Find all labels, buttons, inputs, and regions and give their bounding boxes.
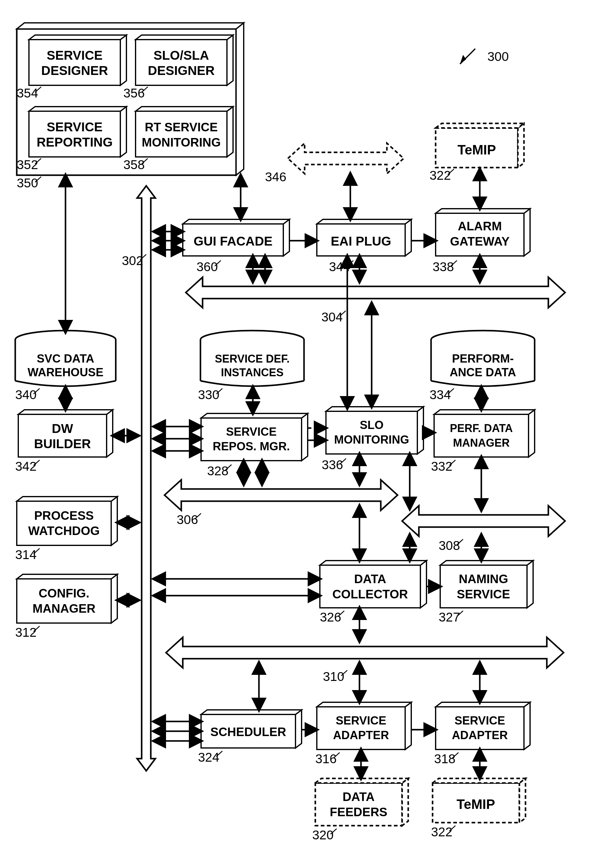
svg-rect-133	[317, 707, 405, 750]
ref-300: 300	[460, 49, 509, 64]
svg-marker-76	[111, 574, 117, 623]
ref-328: 328	[207, 464, 229, 478]
svg-text:GUI FACADE: GUI FACADE	[193, 234, 272, 248]
svg-text:DW: DW	[52, 422, 73, 436]
svg-text:DATA: DATA	[354, 572, 386, 586]
svg-marker-135	[317, 702, 411, 707]
dw-builder-box: DW BUILDER	[18, 410, 113, 457]
ref-326: 326	[320, 610, 341, 624]
svg-text:SERVICE: SERVICE	[46, 120, 103, 134]
svg-marker-36	[436, 123, 524, 128]
ref-304: 304	[321, 310, 343, 324]
svg-text:ALARM: ALARM	[458, 219, 502, 233]
temip-bottom-box: TeMIP	[433, 778, 526, 823]
svg-text:TeMIP: TeMIP	[456, 797, 495, 812]
svg-rect-75	[17, 579, 111, 623]
ref-358: 358	[123, 158, 145, 172]
svg-marker-96	[302, 414, 308, 461]
svg-rect-115	[320, 565, 420, 608]
svg-text:SERVICE: SERVICE	[457, 587, 510, 601]
service-adapter-1-box: SERVICE ADAPTER	[317, 702, 411, 750]
svg-text:SERVICE: SERVICE	[46, 48, 103, 62]
ref-336: 336	[322, 457, 343, 472]
ref-327: 327	[439, 610, 460, 624]
svg-text:SCHEDULER: SCHEDULER	[210, 725, 286, 738]
scheduler-box: SCHEDULER	[201, 710, 302, 748]
bus-306	[164, 480, 398, 510]
process-watchdog-box: PROCESS WATCHDOG	[17, 497, 117, 546]
service-def-instances-cylinder: SERVICE DEF. INSTANCES	[200, 330, 304, 386]
svg-text:MONITORING: MONITORING	[334, 433, 409, 446]
svg-marker-108	[529, 410, 535, 457]
svg-marker-77	[17, 574, 117, 579]
ref-346: 346	[265, 170, 286, 184]
svg-rect-107	[434, 414, 529, 457]
svg-marker-97	[201, 414, 308, 418]
bus-310	[166, 637, 563, 668]
svg-text:DESIGNER: DESIGNER	[41, 64, 108, 78]
svg-text:300: 300	[487, 50, 509, 64]
svg-text:MANAGER: MANAGER	[32, 602, 96, 615]
svg-text:WAREHOUSE: WAREHOUSE	[28, 366, 103, 379]
svg-text:REPOS. MGR.: REPOS. MGR.	[213, 440, 290, 453]
bus-308	[402, 506, 565, 536]
ref-314: 314	[15, 547, 37, 562]
svg-marker-29	[136, 107, 233, 111]
slo-sla-designer-box: SLO/SLA DESIGNER	[136, 35, 233, 85]
svg-rect-139	[436, 707, 524, 750]
svg-text:COLLECTOR: COLLECTOR	[333, 587, 408, 601]
data-feeders-box: DATA FEEDERS	[315, 778, 408, 826]
svg-text:WATCHDOG: WATCHDOG	[28, 524, 100, 538]
ref-308: 308	[439, 538, 460, 553]
ref-322-bottom: 322	[431, 825, 452, 839]
service-adapter-2-box: SERVICE ADAPTER	[436, 702, 530, 750]
bus-304	[186, 277, 565, 308]
svg-marker-40	[283, 219, 289, 256]
ref-320: 320	[312, 828, 334, 842]
svg-marker-152	[519, 778, 526, 823]
svg-text:SVC DATA: SVC DATA	[37, 352, 94, 365]
svg-marker-65	[18, 410, 113, 414]
gui-facade-box: GUI FACADE	[183, 219, 289, 256]
ref-318: 318	[434, 752, 455, 766]
ref-350: 350	[17, 176, 38, 190]
svg-rect-101	[326, 411, 417, 454]
perf-data-manager-box: PERF. DATA MANAGER	[434, 410, 535, 457]
svc-data-warehouse-cylinder: SVC DATA WAREHOUSE	[15, 330, 116, 386]
ref-332: 332	[431, 459, 452, 473]
svg-text:CONFIG.: CONFIG.	[39, 586, 90, 600]
svg-text:REPORTING: REPORTING	[37, 135, 113, 149]
svg-text:EAI PLUG: EAI PLUG	[331, 234, 391, 248]
ref-360: 360	[197, 260, 218, 274]
svg-marker-64	[107, 410, 113, 457]
svg-text:SLO/SLA: SLO/SLA	[153, 48, 209, 62]
slo-monitoring-box: SLO MONITORING	[326, 407, 424, 454]
svg-marker-6	[236, 23, 244, 175]
alarm-gateway-box: ALARM GATEWAY	[436, 209, 530, 256]
ref-310: 310	[323, 670, 344, 684]
svg-marker-102	[417, 407, 424, 454]
svg-text:ADAPTER: ADAPTER	[333, 729, 389, 742]
svg-marker-129	[296, 710, 302, 748]
svg-text:SERVICE: SERVICE	[336, 714, 386, 727]
bus-302	[137, 186, 155, 771]
svg-text:PROCESS: PROCESS	[34, 509, 94, 522]
svg-marker-117	[320, 561, 427, 565]
svg-text:FEEDERS: FEEDERS	[330, 805, 387, 818]
svg-text:INSTANCES: INSTANCES	[221, 366, 283, 379]
ref-342: 342	[15, 459, 37, 473]
svg-marker-22	[120, 107, 127, 157]
ref-352: 352	[17, 158, 38, 172]
svg-marker-130	[201, 710, 302, 715]
svg-text:ADAPTER: ADAPTER	[452, 729, 508, 742]
ref-324: 324	[198, 750, 219, 764]
svg-text:TeMIP: TeMIP	[458, 142, 496, 157]
ref-322-top: 322	[430, 168, 451, 183]
svg-rect-27	[136, 111, 227, 157]
rt-service-monitoring-box: RT SERVICE MONITORING	[136, 107, 233, 157]
bus-346-dashed	[288, 143, 404, 174]
naming-service-box: NAMING SERVICE	[440, 561, 533, 608]
svg-marker-51	[436, 209, 530, 213]
svg-marker-122	[527, 561, 533, 608]
svg-marker-123	[440, 561, 533, 565]
